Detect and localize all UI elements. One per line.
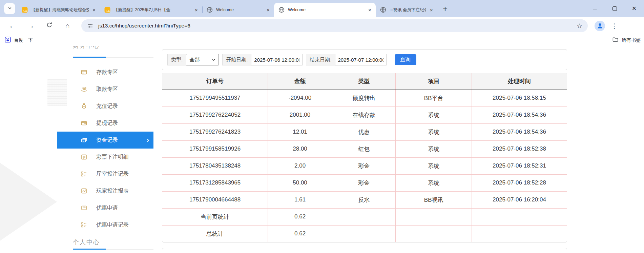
table-cell: 0.62: [268, 225, 332, 242]
sidebar-item-grid-list[interactable]: 厅室投注记录: [57, 166, 153, 182]
table-cell: 1751799158519926: [162, 140, 268, 157]
maximize-button[interactable]: [605, 0, 624, 17]
table-cell: [332, 208, 395, 225]
table-cell: 2025-07-06 18:58:15: [472, 90, 567, 106]
sidebar-item-deposit-card[interactable]: 存款专区: [57, 64, 153, 81]
table-cell: 2001.00: [268, 106, 332, 123]
tab-close-icon[interactable]: ×: [193, 7, 200, 13]
sidebar-item-label: 优惠申请记录: [96, 221, 129, 229]
table-cell: 1751731285843965: [162, 174, 268, 191]
table-cell: 0.62: [268, 208, 332, 225]
sidebar-item-wallet[interactable]: 提现记录: [57, 115, 153, 132]
chevron-right-icon: ›: [147, 136, 149, 144]
tab[interactable]: Welcome×: [202, 3, 274, 17]
tab-title: 【新提醒】海燕策略论坛综合交: [31, 7, 89, 13]
sidebar-item-label: 玩家投注报表: [96, 188, 129, 195]
all-bookmarks[interactable]: 所有书签: [607, 36, 641, 44]
table-body: 1751799495511937-2094.00额度转出BB平台2025-07-…: [162, 90, 567, 242]
search-button[interactable]: 查询: [395, 54, 416, 65]
main-panel: 类型: 全部 开始日期: 结束日期: 查询: [162, 46, 567, 253]
sidebar-item-ticket[interactable]: 优惠申请: [57, 199, 153, 216]
close-window-button[interactable]: ×: [624, 0, 644, 17]
table-cell: [396, 208, 472, 225]
sidebar-item-grid-list[interactable]: 优惠申请记录: [57, 216, 153, 233]
table-cell: 总统计: [162, 225, 268, 242]
browser-menu-icon[interactable]: ⋮: [611, 22, 618, 30]
sidebar-item-withdraw-hand[interactable]: 取款专区: [57, 81, 153, 98]
url-text[interactable]: js13.cc/hhcp/usercenter.html?iniType=6: [98, 23, 573, 29]
globe-favicon-icon: [278, 6, 285, 13]
tab-close-icon[interactable]: ×: [428, 7, 435, 13]
tab[interactable]: 【新提醒】2025年7月5日【金×: [100, 3, 202, 17]
bookmark-label: 百度一下: [14, 37, 33, 43]
table-cell: [332, 225, 395, 242]
table-row: 17517900046644881.61反水BB视讯2025-07-06 16:…: [162, 191, 567, 208]
tab-close-icon[interactable]: ×: [91, 7, 97, 13]
tab-close-icon[interactable]: ×: [367, 7, 373, 13]
globe-favicon-icon: [206, 6, 213, 13]
address-bar[interactable]: js13.cc/hhcp/usercenter.html?iniType=6 ☆: [81, 19, 588, 32]
table-cell: 在线存款: [332, 106, 395, 123]
table-cell: 当前页统计: [162, 208, 268, 225]
profile-avatar[interactable]: [595, 21, 605, 31]
browser-toolbar: ← → ⌂ js13.cc/hhcp/usercenter.html?iniTy…: [0, 17, 644, 35]
table-cell: BB平台: [396, 90, 472, 106]
table-cell: 彩金: [332, 174, 395, 191]
end-date-input[interactable]: [335, 54, 387, 65]
sidebar-item-banknotes-active[interactable]: 资金记录›: [57, 132, 153, 149]
tab-title: 【新提醒】2025年7月5日【金: [114, 7, 191, 13]
page-content: 财务中心 存款专区取款专区充值记录提现记录资金记录›彩票下注明细厅室投注记录玩家…: [0, 46, 644, 253]
tab[interactable]: :::视讯 会员下注纪录:::×: [376, 3, 437, 17]
new-tab-button[interactable]: +: [439, 3, 451, 15]
tab-title: Welcome: [216, 7, 263, 12]
table-cell: -2094.00: [268, 90, 332, 106]
column-header: 项目: [396, 73, 472, 90]
forward-button[interactable]: →: [25, 20, 37, 32]
back-button[interactable]: ←: [6, 20, 19, 32]
sidebar-item-chart-report[interactable]: 玩家投注报表: [57, 182, 153, 199]
table-cell: 2025-07-06 18:52:28: [472, 174, 567, 191]
document-lines-icon: [81, 154, 87, 160]
end-date-label: 结束日期:: [306, 54, 335, 65]
bookmark-item[interactable]: 百度一下: [5, 37, 33, 44]
table-cell: 2025-07-06 16:20:04: [472, 191, 567, 208]
reload-button[interactable]: [43, 20, 55, 32]
table-cell: 红包: [332, 140, 395, 157]
home-button[interactable]: ⌂: [61, 20, 74, 32]
tab-strip: 【新提醒】海燕策略论坛综合交×【新提醒】2025年7月5日【金×Welcome×…: [17, 3, 437, 17]
sidebar-item-label: 彩票下注明细: [96, 154, 129, 161]
pagination-panel-edge: [162, 248, 567, 253]
tab-search-button[interactable]: [4, 3, 15, 14]
sidebar-item-label: 取款专区: [96, 86, 118, 93]
site-settings-icon[interactable]: [87, 22, 94, 29]
table-cell: 2025-07-06 18:54:36: [472, 123, 567, 140]
table-cell: [472, 208, 567, 225]
deposit-card-icon: [81, 69, 87, 76]
bookmark-star-icon[interactable]: ☆: [577, 22, 582, 30]
records-table-panel: 订单号金额类型项目处理时间 1751799495511937-2094.00额度…: [162, 73, 567, 242]
sidebar-item-label: 提现记录: [96, 120, 118, 127]
table-cell: 系统: [396, 140, 472, 157]
table-row: 175179915851992628.00红包系统2025-07-06 18:5…: [162, 140, 567, 157]
minimize-button[interactable]: –: [585, 0, 605, 17]
summary-row: 总统计0.62: [162, 225, 567, 242]
type-select[interactable]: 全部: [186, 54, 219, 65]
table-cell: 1751799495511937: [162, 90, 268, 106]
start-date-input[interactable]: [251, 54, 303, 65]
tab-title: :::视讯 会员下注纪录:::: [390, 7, 426, 13]
tab-active[interactable]: Welcome×: [274, 3, 376, 17]
column-header: 处理时间: [472, 73, 567, 90]
table-cell: 1751790004664488: [162, 191, 268, 208]
tab-close-icon[interactable]: ×: [265, 7, 271, 13]
table-cell: 反水: [332, 191, 395, 208]
baidu-favicon-icon: [5, 37, 11, 44]
sidebar-item-document-lines[interactable]: 彩票下注明细: [57, 149, 153, 166]
tab-title: Welcome: [288, 7, 365, 12]
banknotes-icon: [81, 137, 87, 143]
start-date-group: 开始日期:: [222, 54, 303, 65]
sidebar-item-money-bag[interactable]: 充值记录: [57, 98, 153, 115]
column-header: 类型: [332, 73, 395, 90]
table-row: 17517804351382482.00彩金系统2025-07-06 18:52…: [162, 157, 567, 174]
table-cell: 2025-07-06 18:52:31: [472, 157, 567, 174]
tab[interactable]: 【新提醒】海燕策略论坛综合交×: [17, 3, 100, 17]
